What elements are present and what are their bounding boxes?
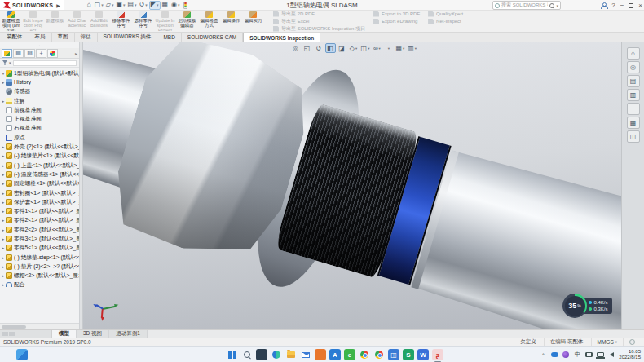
rebuild-traffic-light-icon[interactable] — [183, 1, 188, 10]
hud-button[interactable]: ∞▾ — [372, 43, 382, 53]
taskbar-app[interactable] — [227, 349, 238, 360]
taskbar-app[interactable]: e — [344, 349, 355, 360]
brand-expand-icon[interactable]: ▶ — [56, 2, 60, 8]
status-item[interactable]: 在编辑 装配体 — [544, 338, 591, 346]
widgets-icon[interactable] — [16, 349, 28, 360]
tree-root-assembly[interactable]: ▾ 1型铝轴热电偶 (默认<默认_显示状态-1 — [1, 68, 79, 77]
qat-button[interactable]: ◤▾ — [149, 1, 161, 10]
tab-configuration-manager[interactable]: ▧ — [24, 49, 35, 58]
commandmanager-tab[interactable]: SOLIDWORKS CAM — [182, 33, 243, 42]
filter-funnel-icon[interactable] — [2, 60, 7, 65]
tab-display-manager[interactable] — [47, 49, 58, 58]
ribbon-button[interactable]: Update Inspection Project — [154, 11, 176, 32]
qat-button[interactable]: ▤▾ — [127, 1, 138, 10]
export-button[interactable]: 导出至 SOLIDWORKS Inspection 项目 — [273, 25, 365, 33]
taskpane-button[interactable]: ◎ — [627, 61, 640, 73]
tab-nav-scrollbar[interactable] — [0, 330, 52, 338]
taskbar-app[interactable] — [271, 349, 282, 360]
help-search-box[interactable]: 搜索 SOLIDWORKS 帮助 ▾ — [492, 1, 561, 10]
close-button[interactable]: × — [638, 2, 642, 9]
status-item[interactable]: 欠定义 — [514, 338, 544, 346]
ribbon-button[interactable]: 新建检查项目 (amp;M) — [0, 11, 22, 32]
login-person-icon[interactable] — [601, 2, 607, 8]
taskbar-app[interactable]: A — [329, 349, 341, 360]
tree-row[interactable]: ▸ 传感器 — [1, 87, 79, 96]
qat-button[interactable]: ⌂ — [86, 1, 93, 10]
tree-row[interactable]: ▸ 外壳 (2)<1> (默认<<默认>_显示状 — [1, 142, 79, 151]
hud-button[interactable]: ◪ — [337, 43, 347, 53]
taskpane-button[interactable]: ◫ — [627, 130, 640, 143]
hud-button[interactable]: ◫▾ — [360, 43, 371, 53]
restore-button[interactable] — [629, 3, 633, 8]
tree-row[interactable]: ▸ 注解 — [1, 96, 79, 105]
filter-caret-icon[interactable]: ▾ — [9, 60, 11, 65]
tree-row[interactable]: ▸ History — [1, 77, 79, 86]
qat-button[interactable]: ↺▾ — [139, 1, 148, 10]
ribbon-button[interactable]: 编辑检查方式 — [198, 11, 220, 32]
tab-featuremanager-tree[interactable] — [2, 49, 12, 58]
tree-row[interactable]: ▸ 零件2<2> (默认<<默认>_显示状态 — [1, 225, 79, 234]
performance-overlay[interactable]: 35% 0.4K/s 0.3K/s — [562, 294, 612, 318]
taskbar-app[interactable] — [359, 349, 370, 360]
panel-horizontal-scrollbar[interactable] — [0, 323, 79, 329]
tab-scroll-right-icon[interactable]: ▸ — [75, 51, 77, 56]
qat-button[interactable]: ▱▾ — [105, 1, 115, 10]
tree-row[interactable]: ▸ (-) 绝缘垫片<1> (默认<<默认>_显 — [1, 152, 79, 161]
commandmanager-tab[interactable]: SOLIDWORKS Inspection — [243, 33, 320, 42]
export-button[interactable]: Export eDrawing — [373, 18, 420, 25]
tree-row[interactable]: ▸ (-) 温度传感器<1> (默认<<默认>_ — [1, 170, 79, 179]
commandmanager-tab[interactable]: 草图 — [52, 33, 75, 42]
qat-button[interactable]: ◉▾ — [170, 1, 181, 10]
export-button[interactable]: QualityXpert — [428, 11, 463, 18]
ribbon-button[interactable]: 选择零件序号 — [132, 11, 154, 32]
document-tab[interactable]: 3D 视图 — [77, 330, 109, 338]
taskbar-app[interactable] — [373, 349, 385, 360]
tree-row[interactable]: ▸ 前视基准面 — [1, 105, 79, 114]
status-tag-button[interactable] — [623, 338, 641, 346]
hud-button[interactable]: ▦▾ — [395, 43, 405, 53]
onedrive-icon[interactable] — [550, 351, 558, 359]
status-item[interactable]: MMGS▾ — [591, 338, 624, 346]
tree-row[interactable]: ▸ 固定螺栓<1> (默认<<默认>_显示 — [1, 179, 79, 188]
search-icon[interactable] — [549, 3, 554, 8]
ribbon-button[interactable]: 编辑实方 — [242, 11, 264, 32]
filter-input[interactable] — [13, 60, 77, 66]
qat-button[interactable]: ▣▾ — [115, 1, 126, 10]
taskbar-app[interactable]: ʂ — [432, 349, 443, 360]
taskbar-app[interactable]: ◫ — [388, 349, 399, 360]
hud-button[interactable]: ◱ — [302, 43, 312, 53]
ribbon-button[interactable]: 启动模板编辑器 — [176, 11, 198, 32]
tree-row[interactable]: ▸ 零件3<1> (默认<<默认>_显示状态 — [1, 234, 79, 243]
taskbar-app[interactable]: W — [417, 349, 429, 360]
export-button[interactable]: 导出至 2D PDF — [273, 11, 365, 18]
commandmanager-tab[interactable]: 评估 — [75, 33, 98, 42]
volume-icon[interactable] — [607, 351, 615, 359]
tray-chevron-icon[interactable]: ^ — [539, 351, 547, 359]
scrollbar-thumb[interactable] — [2, 325, 26, 329]
minimize-button[interactable]: − — [620, 2, 624, 9]
purple-ball-icon[interactable] — [562, 351, 570, 359]
tree-row[interactable]: ▸ 零件1<1> (默认<<默认>_显示状态 — [1, 206, 79, 215]
tree-row[interactable]: ▸ 上视基准面 — [1, 114, 79, 123]
commandmanager-tab[interactable]: MBD — [157, 33, 181, 42]
tree-row[interactable]: ▸ 右视基准面 — [1, 124, 79, 133]
taskpane-button[interactable]: ⌂ — [627, 47, 640, 60]
taskpane-button[interactable] — [627, 103, 640, 115]
taskbar-app[interactable]: S — [403, 349, 414, 360]
qat-button[interactable]: ▢▾ — [94, 1, 104, 10]
panel-collapse-handle[interactable]: ◦ — [0, 42, 79, 48]
ime-mode-icon[interactable] — [584, 351, 593, 359]
tree-row[interactable]: ▸ 配合 — [1, 280, 79, 289]
tab-dimxpert-manager[interactable]: + — [36, 49, 46, 58]
taskbar-app[interactable] — [285, 349, 297, 360]
export-button[interactable]: Net-Inspect — [428, 18, 463, 25]
tree-row[interactable]: ▸ (-) 绝缘垫.step<1> (默认<<默认 — [1, 253, 79, 262]
ribbon-button[interactable]: 新建模板 — [44, 11, 66, 32]
tree-row[interactable]: ▸ (-) 上盖<1> (默认<<默认>_显示状 — [1, 161, 79, 170]
hud-button[interactable]: ▾ — [383, 43, 393, 53]
tree-row[interactable]: ▸ 零件2<1> (默认<<默认>_显示状态 — [1, 216, 79, 225]
hud-button[interactable]: ↺ — [314, 43, 324, 53]
tree-row[interactable]: ▸ 保护套<1> (默认<<默认>_显示状 — [1, 197, 79, 206]
hud-button[interactable]: ◇▾ — [349, 43, 359, 53]
document-tab[interactable]: 运动算例1 — [109, 330, 148, 338]
